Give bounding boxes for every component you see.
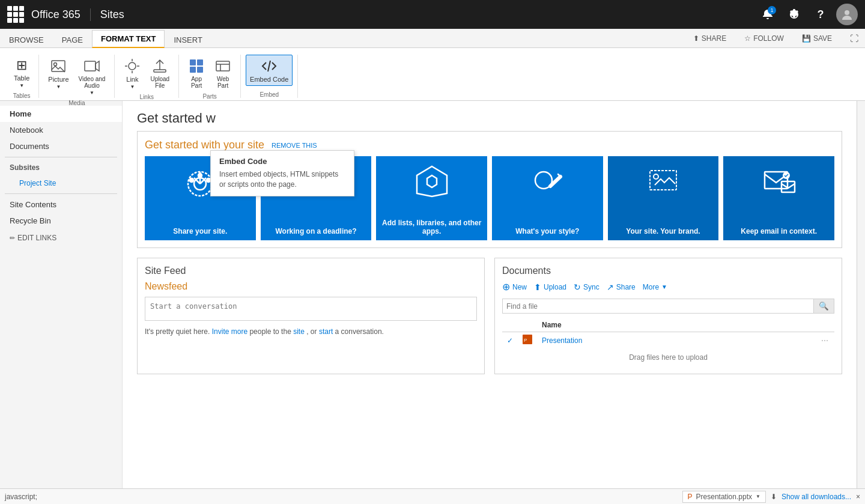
gs-card-style[interactable]: What's your style? <box>492 156 603 240</box>
sidebar-item-documents[interactable]: Documents <box>0 138 122 154</box>
user-avatar[interactable] <box>836 4 858 25</box>
sidebar-item-home[interactable]: Home <box>0 106 122 122</box>
table-row[interactable]: ✓ P Presentation ⋯ <box>502 332 834 349</box>
svg-rect-5 <box>154 70 166 72</box>
tab-insert[interactable]: INSERT <box>165 31 211 48</box>
links-items: Link ▼ UploadFile <box>120 55 174 93</box>
more-doc-button[interactable]: More ▼ <box>643 283 667 291</box>
sidebar: Home Notebook Documents Subsites Project… <box>0 101 123 488</box>
gs-email-icon <box>761 163 797 201</box>
start-link[interactable]: start <box>319 327 333 336</box>
svg-rect-6 <box>190 59 196 65</box>
edit-links[interactable]: ✏ EDIT LINKS <box>0 229 122 247</box>
file-name[interactable]: Presentation <box>537 332 816 349</box>
upload-doc-icon: ⬆ <box>534 282 541 292</box>
sidebar-item-site-contents[interactable]: Site Contents <box>0 196 122 213</box>
svg-text:P: P <box>524 338 527 343</box>
get-started-title-text: Get started with your site <box>145 139 264 151</box>
more-doc-label: More <box>643 283 659 291</box>
link-button[interactable]: Link ▼ <box>120 55 145 93</box>
quiet-mid: people to the <box>249 327 291 336</box>
gs-style-icon <box>529 163 565 201</box>
picture-btn-label: Picture <box>48 76 68 83</box>
name-col-header[interactable]: Name <box>537 318 816 332</box>
sidebar-item-notebook[interactable]: Notebook <box>0 122 122 138</box>
remove-this-link[interactable]: REMOVE THIS <box>272 142 317 149</box>
gs-card-email[interactable]: Keep email in context. <box>723 156 834 240</box>
top-bar-actions: 1 ? <box>757 4 858 25</box>
picture-dropdown-icon: ▼ <box>56 84 61 90</box>
upload-btn-label: UploadFile <box>150 76 169 89</box>
tab-browse[interactable]: BROWSE <box>0 31 53 48</box>
app-part-button[interactable]: AppPart <box>184 55 209 92</box>
embed-code-tooltip: Embed Code Insert embed objects, HTML sn… <box>210 150 354 196</box>
download-filename: Presentation.pptx <box>696 493 752 501</box>
upload-doc-button[interactable]: ⬆ Upload <box>534 282 566 292</box>
gs-card-brand[interactable]: Your site. Your brand. <box>608 156 719 240</box>
site-link[interactable]: site <box>293 327 305 336</box>
share-doc-icon: ↗ <box>607 282 614 292</box>
tab-format-text[interactable]: FORMAT TEXT <box>92 30 165 48</box>
edit-links-label: EDIT LINKS <box>17 234 56 242</box>
find-file-search-button[interactable]: 🔍 <box>813 299 834 313</box>
share-action[interactable]: ⬆ SHARE <box>687 31 733 46</box>
plus-icon: ⊕ <box>502 281 510 293</box>
svg-rect-8 <box>190 67 196 73</box>
save-action-label: SAVE <box>813 34 832 43</box>
conversation-input[interactable] <box>145 297 477 321</box>
gs-card-apps[interactable]: Add lists, libraries, and other apps. <box>376 156 487 240</box>
tab-page[interactable]: PAGE <box>53 31 92 48</box>
newsfeed-title: Newsfeed <box>145 281 477 292</box>
save-action[interactable]: 💾 SAVE <box>795 31 839 46</box>
video-audio-button[interactable]: Video andAudio ▼ <box>74 55 110 99</box>
bottom-status-text: javascript; <box>5 493 37 501</box>
download-item[interactable]: P Presentation.pptx ▼ <box>682 491 766 503</box>
tooltip-desc: Insert embed objects, HTML snippets or s… <box>219 169 345 190</box>
table-button[interactable]: ⊞ Table ▼ <box>10 55 34 91</box>
file-type-icon: P <box>518 332 537 349</box>
sidebar-item-recycle-bin[interactable]: Recycle Bin <box>0 213 122 229</box>
get-started-header: Get started with your site REMOVE THIS <box>145 139 834 151</box>
share-doc-button[interactable]: ↗ Share <box>607 282 636 292</box>
svg-point-16 <box>190 178 193 182</box>
quiet-end: , or <box>306 327 317 336</box>
close-downloads-button[interactable]: × <box>856 493 860 501</box>
follow-action[interactable]: ☆ FOLLOW <box>738 31 791 46</box>
save-icon: 💾 <box>802 34 811 43</box>
parts-items: AppPart WebPart <box>184 55 235 92</box>
notification-icon[interactable]: 1 <box>757 4 778 25</box>
app-grid-icon[interactable] <box>7 6 24 23</box>
edit-pencil-icon: ✏ <box>10 234 15 242</box>
show-all-downloads-link[interactable]: Show all downloads... <box>782 493 851 501</box>
svg-marker-18 <box>417 166 447 196</box>
ribbon-bar: ⊞ Table ▼ Tables Picture ▼ <box>0 48 865 101</box>
upload-file-button[interactable]: UploadFile <box>146 55 174 92</box>
sidebar-item-project-site[interactable]: Project Site <box>0 175 122 191</box>
web-part-button[interactable]: WebPart <box>210 55 235 92</box>
two-column-section: Site Feed Newsfeed It's pretty quiet her… <box>137 258 842 374</box>
conversation-end: a conversation. <box>335 327 384 336</box>
sidebar-divider <box>5 157 117 157</box>
app-title[interactable]: Office 365 <box>31 8 91 21</box>
expand-action[interactable]: ⛶ <box>843 31 865 46</box>
new-doc-button[interactable]: ⊕ New <box>502 281 527 293</box>
picture-button[interactable]: Picture ▼ <box>44 55 73 93</box>
svg-point-2 <box>54 63 57 66</box>
sync-doc-button[interactable]: ↻ Sync <box>574 282 599 292</box>
invite-more-link[interactable]: Invite more <box>212 327 247 336</box>
table-icon: ⊞ <box>16 58 27 73</box>
upload-icon <box>151 58 168 74</box>
file-settings-icon[interactable]: ⋯ <box>816 332 834 349</box>
help-icon[interactable]: ? <box>810 4 831 25</box>
scroll-track[interactable] <box>857 101 865 488</box>
find-file-input[interactable] <box>503 300 813 313</box>
settings-icon[interactable] <box>783 4 805 25</box>
gs-apps-icon <box>414 163 450 201</box>
embed-code-button[interactable]: Embed Code <box>246 55 293 86</box>
table-dropdown-icon: ▼ <box>19 83 24 88</box>
notification-badge: 1 <box>768 6 776 14</box>
main-layout: Home Notebook Documents Subsites Project… <box>0 101 865 488</box>
ribbon-actions: ⬆ SHARE ☆ FOLLOW 💾 SAVE ⛶ <box>687 31 865 46</box>
web-part-icon <box>214 58 231 74</box>
quiet-static: It's pretty quiet here. <box>145 327 210 336</box>
